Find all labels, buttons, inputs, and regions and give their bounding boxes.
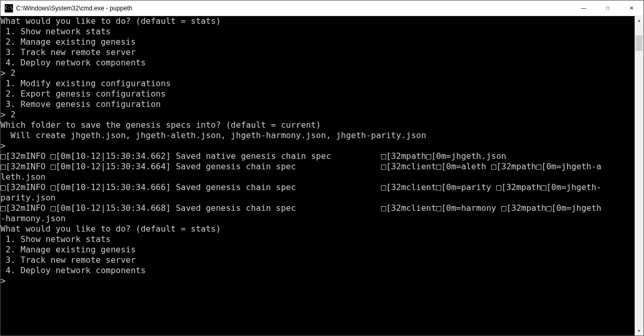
terminal-line: > 2: [1, 68, 635, 78]
cmd-icon: C:\: [5, 4, 13, 12]
terminal-line: What would you like to do? (default = st…: [1, 224, 635, 234]
minimize-button[interactable]: —: [572, 1, 596, 16]
terminal-line: □[32mINFO □[0m[10-12|15:30:34.666] Saved…: [1, 182, 635, 193]
terminal-line: 2. Manage existing genesis: [1, 245, 635, 255]
terminal-line: parity.json: [1, 193, 635, 203]
terminal-line: 1. Show network stats: [1, 234, 635, 245]
app-window: C:\ C:\Windows\System32\cmd.exe - puppet…: [0, 0, 644, 336]
terminal-line: -harmony.json: [1, 213, 635, 224]
terminal-line: > 2: [1, 110, 635, 120]
terminal-line: >: [1, 276, 635, 286]
vertical-scrollbar[interactable]: ▲ ▼: [635, 16, 643, 335]
client-area: What would you like to do? (default = st…: [1, 16, 643, 335]
scroll-thumb[interactable]: [636, 35, 642, 51]
terminal-line: Will create jhgeth.json, jhgeth-aleth.js…: [1, 130, 635, 141]
terminal-line: □[32mINFO □[0m[10-12|15:30:34.664] Saved…: [1, 162, 635, 172]
terminal-line: 3. Track new remote server: [1, 255, 635, 265]
terminal-line: 4. Deploy network components: [1, 265, 635, 276]
terminal-line: >: [1, 141, 635, 151]
window-title: C:\Windows\System32\cmd.exe - puppeth: [16, 5, 132, 12]
terminal-line: 3. Track new remote server: [1, 47, 635, 58]
maximize-button[interactable]: □: [596, 1, 620, 16]
window-controls: — □ ✕: [572, 1, 643, 16]
terminal-line: 1. Show network stats: [1, 26, 635, 37]
scroll-track[interactable]: [635, 25, 643, 327]
scroll-down-icon[interactable]: ▼: [635, 327, 643, 335]
terminal-line: □[32mINFO □[0m[10-12|15:30:34.668] Saved…: [1, 203, 635, 213]
titlebar[interactable]: C:\ C:\Windows\System32\cmd.exe - puppet…: [1, 1, 643, 16]
terminal-line: 1. Modify existing configurations: [1, 78, 635, 89]
terminal-line: □[32mINFO □[0m[10-12|15:30:34.662] Saved…: [1, 151, 635, 162]
terminal-line: 2. Export genesis configurations: [1, 89, 635, 99]
terminal-line: leth.json: [1, 172, 635, 182]
terminal-line: 2. Manage existing genesis: [1, 37, 635, 47]
terminal-line: Which folder to save the genesis specs i…: [1, 120, 635, 130]
terminal-line: What would you like to do? (default = st…: [1, 16, 635, 26]
terminal-line: 3. Remove genesis configuration: [1, 99, 635, 110]
scroll-up-icon[interactable]: ▲: [635, 16, 643, 25]
terminal[interactable]: What would you like to do? (default = st…: [1, 16, 635, 335]
terminal-line: 4. Deploy network components: [1, 58, 635, 68]
close-button[interactable]: ✕: [620, 1, 643, 16]
